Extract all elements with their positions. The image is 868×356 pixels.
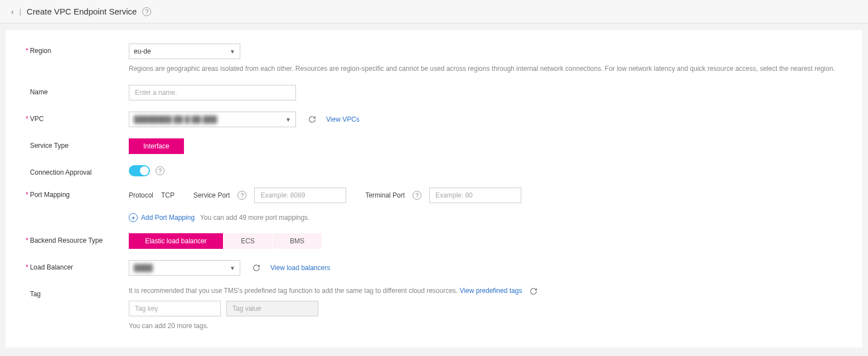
name-input-wrapper xyxy=(129,85,296,100)
tag-value-input-wrapper xyxy=(226,301,318,316)
label-port-mapping: *Port Mapping xyxy=(26,187,129,199)
help-icon[interactable]: ? xyxy=(142,7,151,16)
terminal-port-input-wrapper xyxy=(429,187,521,203)
refresh-icon[interactable] xyxy=(253,264,260,272)
help-icon[interactable]: ? xyxy=(156,166,164,175)
backend-option-ecs[interactable]: ECS xyxy=(224,233,273,249)
row-tag: *Tag It is recommended that you use TMS'… xyxy=(26,287,842,331)
form-container: *Region eu-de ▼ Regions are geographic a… xyxy=(6,30,862,348)
backend-option-bms[interactable]: BMS xyxy=(273,233,322,249)
view-load-balancers-link[interactable]: View load balancers xyxy=(270,264,330,272)
add-port-mapping-link[interactable]: + Add Port Mapping xyxy=(129,213,195,222)
name-input[interactable] xyxy=(134,88,291,97)
tag-hint: It is recommended that you use TMS's pre… xyxy=(129,287,842,295)
region-select-value: eu-de xyxy=(134,47,151,55)
chevron-down-icon: ▼ xyxy=(230,265,235,271)
tag-key-input-wrapper xyxy=(129,301,221,316)
tag-key-input[interactable] xyxy=(134,304,216,313)
chevron-down-icon: ▼ xyxy=(230,49,235,55)
row-name: *Name xyxy=(26,85,842,100)
back-icon[interactable]: ‹ xyxy=(11,7,14,16)
help-icon[interactable]: ? xyxy=(237,191,246,200)
plus-circle-icon: + xyxy=(129,213,138,222)
service-type-interface-button[interactable]: Interface xyxy=(129,138,184,154)
label-connection-approval: *Connection Approval xyxy=(26,165,129,176)
row-connection-approval: *Connection Approval ? xyxy=(26,165,842,176)
vpc-select[interactable]: ████████ ██ █ ██ ███ ▼ xyxy=(129,112,296,127)
label-service-type: *Service Type xyxy=(26,138,129,150)
region-hint: Regions are geographic areas isolated fr… xyxy=(129,64,842,74)
row-service-type: *Service Type Interface xyxy=(26,138,842,154)
row-vpc: *VPC ████████ ██ █ ██ ███ ▼ View VPCs xyxy=(26,112,842,127)
refresh-icon[interactable] xyxy=(308,116,316,123)
region-select[interactable]: eu-de ▼ xyxy=(129,44,240,59)
service-port-label: Service Port xyxy=(193,191,230,199)
tag-value-input[interactable] xyxy=(231,304,313,313)
label-tag: *Tag xyxy=(26,287,129,298)
service-port-input[interactable] xyxy=(259,191,341,200)
page-header: ‹ | Create VPC Endpoint Service ? xyxy=(0,0,868,23)
label-backend-resource-type: *Backend Resource Type xyxy=(26,233,129,244)
tag-count-hint: You can add 20 more tags. xyxy=(129,321,842,331)
load-balancer-select-value: ████ xyxy=(134,264,153,272)
page-title: Create VPC Endpoint Service xyxy=(27,7,137,16)
chevron-down-icon: ▼ xyxy=(285,117,291,123)
label-region: *Region xyxy=(26,44,129,55)
label-load-balancer: *Load Balancer xyxy=(26,260,129,271)
row-region: *Region eu-de ▼ Regions are geographic a… xyxy=(26,44,842,74)
load-balancer-select[interactable]: ████ ▼ xyxy=(129,260,240,276)
connection-approval-toggle[interactable] xyxy=(129,165,150,176)
row-port-mapping: *Port Mapping Protocol TCP Service Port … xyxy=(26,187,842,222)
label-vpc: *VPC xyxy=(26,112,129,123)
terminal-port-label: Terminal Port xyxy=(365,191,405,199)
terminal-port-input[interactable] xyxy=(434,191,516,200)
protocol-label: Protocol xyxy=(129,191,153,199)
view-vpcs-link[interactable]: View VPCs xyxy=(326,116,360,123)
protocol-value: TCP xyxy=(161,191,174,199)
backend-option-elb[interactable]: Elastic load balancer xyxy=(129,233,224,249)
label-name: *Name xyxy=(26,85,129,96)
help-icon[interactable]: ? xyxy=(413,191,421,200)
port-mapping-count-hint: You can add 49 more port mappings. xyxy=(200,214,309,222)
vpc-select-value: ████████ ██ █ ██ ███ xyxy=(134,116,217,123)
row-load-balancer: *Load Balancer ████ ▼ View load balancer… xyxy=(26,260,842,276)
header-divider: | xyxy=(20,8,21,16)
row-backend-resource-type: *Backend Resource Type Elastic load bala… xyxy=(26,233,842,249)
backend-resource-type-segmented: Elastic load balancer ECS BMS xyxy=(129,233,842,249)
service-port-input-wrapper xyxy=(254,187,346,203)
view-predefined-tags-link[interactable]: View predefined tags xyxy=(460,287,522,295)
refresh-icon[interactable] xyxy=(530,287,537,295)
